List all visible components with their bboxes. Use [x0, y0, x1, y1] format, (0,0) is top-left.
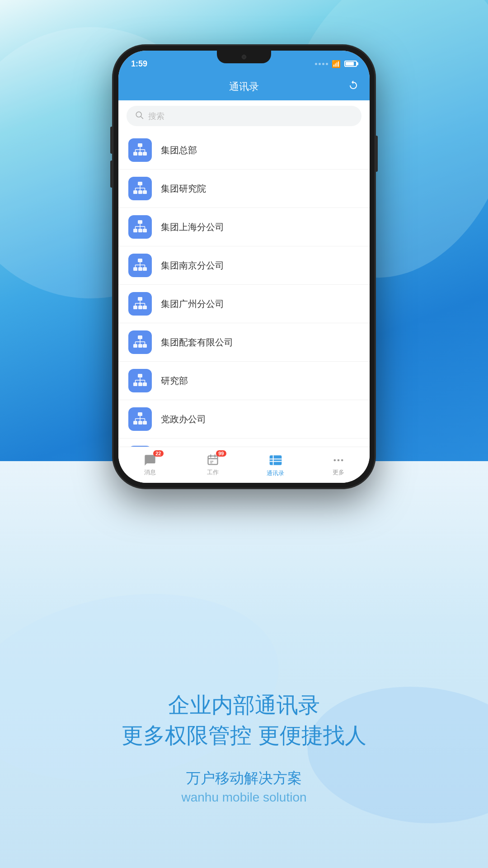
wifi-icon: 📶 [332, 60, 341, 68]
promo-main-text: 企业内部通讯录 更多权限管控 更便捷找人 [0, 690, 488, 750]
promo-line1: 企业内部通讯录 [0, 690, 488, 720]
svg-rect-92 [208, 456, 217, 464]
svg-rect-11 [138, 182, 142, 185]
list-item[interactable]: 集团上海分公司 [118, 208, 370, 246]
svg-rect-32 [143, 267, 147, 271]
front-camera [242, 55, 246, 59]
app-bar-title: 通讯录 [229, 80, 259, 94]
svg-rect-4 [138, 152, 142, 156]
promo-sub: 万户移动解决方案 wanhu mobile solution [0, 769, 488, 805]
phone-device: 1:59 📶 通讯录 [113, 45, 375, 488]
svg-rect-39 [133, 306, 137, 309]
svg-rect-21 [133, 229, 137, 232]
svg-rect-50 [143, 344, 147, 348]
list-item[interactable]: 集团南京分公司 [118, 246, 370, 285]
svg-rect-13 [138, 190, 142, 194]
list-item-label: 集团配套有限公司 [161, 336, 233, 349]
svg-rect-29 [138, 259, 142, 262]
list-item[interactable]: 集团广州分公司 [118, 285, 370, 323]
tab-work-label: 工作 [207, 468, 219, 476]
org-icon-box [128, 254, 152, 277]
svg-line-1 [141, 117, 143, 119]
tab-messages-icon-wrap: 22 [144, 454, 156, 467]
promo-section: 企业内部通讯录 更多权限管控 更便捷找人 万户移动解决方案 wanhu mobi… [0, 690, 488, 805]
tab-messages-label: 消息 [144, 468, 156, 476]
search-icon [135, 110, 144, 122]
promo-sub-en: wanhu mobile solution [0, 790, 488, 805]
promo-sub-cn: 万户移动解决方案 [0, 769, 488, 788]
org-icon-box [128, 330, 152, 354]
promo-line2: 更多权限管控 更便捷找人 [0, 720, 488, 750]
search-container: 搜索 [118, 100, 370, 132]
list-item[interactable]: 研究部 [118, 362, 370, 400]
svg-rect-58 [138, 382, 142, 386]
list-item[interactable]: 集团研究院 [118, 170, 370, 208]
org-icon-box [128, 177, 152, 200]
list-item-label: 集团上海分公司 [161, 221, 224, 233]
battery-icon [344, 61, 357, 67]
svg-rect-5 [143, 152, 147, 156]
app-bar: 通讯录 [118, 73, 370, 100]
status-icons: 📶 [315, 60, 357, 68]
svg-rect-3 [133, 152, 137, 156]
list-item[interactable]: 集团配套有限公司 [118, 323, 370, 362]
tab-contacts-label: 通讯录 [267, 469, 284, 477]
org-icon-box [128, 369, 152, 392]
list-item[interactable]: 集团总部 [118, 131, 370, 170]
tab-contacts[interactable]: 通讯录 [244, 453, 307, 477]
list-item-label: 集团南京分公司 [161, 259, 224, 272]
org-icon-box [128, 407, 152, 431]
svg-rect-66 [133, 421, 137, 425]
messages-badge: 22 [153, 450, 163, 457]
list-item-label: 研究部 [161, 375, 188, 387]
tab-contacts-icon-wrap [268, 453, 283, 467]
svg-rect-98 [269, 455, 282, 465]
power-button [375, 136, 378, 172]
list-item-label: 集团研究院 [161, 183, 206, 195]
list-item-label: 党政办公司 [161, 413, 206, 425]
svg-rect-65 [138, 412, 142, 416]
list-item[interactable]: 党政办公司 [118, 400, 370, 439]
svg-rect-31 [138, 267, 142, 271]
org-icon-box [128, 138, 152, 162]
svg-rect-68 [143, 421, 147, 425]
svg-rect-49 [138, 344, 142, 348]
org-icon-box [128, 215, 152, 239]
tab-more-icon-wrap [332, 454, 345, 467]
svg-rect-20 [138, 220, 142, 224]
phone-frame: 1:59 📶 通讯录 [113, 45, 375, 488]
svg-rect-14 [143, 190, 147, 194]
tab-more[interactable]: 更多 [307, 454, 370, 476]
org-icon-box [128, 292, 152, 316]
svg-point-104 [341, 459, 343, 461]
tab-work[interactable]: 99 工作 [181, 454, 244, 476]
tab-bar: 22 消息 99 [118, 447, 370, 483]
svg-rect-57 [133, 382, 137, 386]
svg-rect-23 [143, 229, 147, 232]
list-item-label: 集团总部 [161, 144, 197, 156]
tab-work-icon-wrap: 99 [206, 454, 219, 467]
contacts-list: 集团总部 集团研究院 [118, 131, 370, 447]
volume-down-button [110, 160, 113, 188]
status-time: 1:59 [131, 59, 147, 69]
phone-screen: 1:59 📶 通讯录 [118, 51, 370, 483]
svg-rect-30 [133, 267, 137, 271]
svg-rect-67 [138, 421, 142, 425]
svg-rect-48 [133, 344, 137, 348]
list-item[interactable]: 销售部 [118, 439, 370, 447]
tab-more-label: 更多 [333, 468, 344, 476]
tab-messages[interactable]: 22 消息 [118, 454, 181, 476]
svg-point-103 [337, 459, 339, 461]
refresh-button[interactable] [348, 80, 359, 94]
svg-rect-40 [138, 306, 142, 309]
svg-rect-41 [143, 306, 147, 309]
phone-notch [217, 51, 271, 63]
svg-rect-56 [138, 374, 142, 377]
svg-rect-22 [138, 229, 142, 232]
battery-fill [346, 62, 354, 66]
work-badge: 99 [216, 450, 226, 457]
svg-rect-38 [138, 297, 142, 301]
svg-rect-2 [138, 143, 142, 147]
svg-rect-59 [143, 382, 147, 386]
search-box[interactable]: 搜索 [127, 106, 361, 126]
